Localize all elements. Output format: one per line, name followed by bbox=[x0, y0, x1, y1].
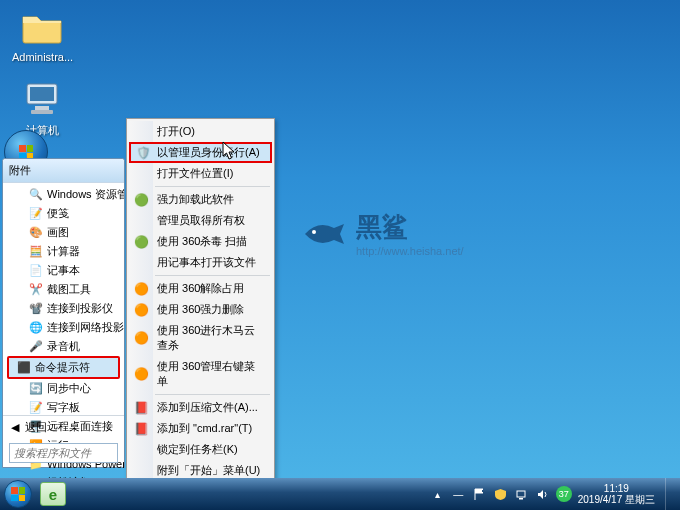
start-menu-item-label: 连接到投影仪 bbox=[47, 301, 113, 316]
start-menu-item[interactable]: 🔍Windows 资源管理器 bbox=[7, 185, 120, 204]
context-menu-item-label: 使用 360强力删除 bbox=[157, 302, 244, 317]
system-tray: ▴ — 37 11:19 2019/4/17 星期三 bbox=[430, 478, 680, 510]
folder-icon bbox=[21, 6, 63, 48]
svg-rect-3 bbox=[31, 110, 53, 114]
start-menu-item[interactable]: 📽️连接到投影仪 bbox=[7, 299, 120, 318]
context-menu-item[interactable]: 📕添加到压缩文件(A)... bbox=[129, 397, 272, 418]
start-menu-item[interactable]: 📄记事本 bbox=[7, 261, 120, 280]
start-menu-panel: 附件 🔍Windows 资源管理器📝便笺🎨画图🧮计算器📄记事本✂️截图工具📽️连… bbox=[2, 158, 125, 468]
context-menu-item[interactable]: 管理员取得所有权 bbox=[129, 210, 272, 231]
context-menu-item[interactable]: 🟢强力卸载此软件 bbox=[129, 189, 272, 210]
menu-item-icon bbox=[133, 463, 149, 479]
start-menu-item-label: 连接到网络投影仪 bbox=[47, 320, 124, 335]
context-menu-separator bbox=[155, 186, 270, 187]
context-menu-item[interactable]: 打开(O) bbox=[129, 121, 272, 142]
dash-icon[interactable]: — bbox=[451, 487, 466, 502]
context-menu-item[interactable]: 用记事本打开该文件 bbox=[129, 252, 272, 273]
app-icon: 📝 bbox=[29, 401, 43, 415]
tray-expand-icon[interactable]: ▴ bbox=[430, 487, 445, 502]
clock-time: 11:19 bbox=[578, 483, 655, 494]
menu-item-icon bbox=[133, 255, 149, 271]
svg-rect-1 bbox=[30, 87, 54, 101]
volume-icon[interactable] bbox=[535, 487, 550, 502]
context-menu-item[interactable]: 🟠使用 360进行木马云查杀 bbox=[129, 320, 272, 356]
app-icon: ✂️ bbox=[29, 283, 43, 297]
windows-flag-icon bbox=[11, 487, 25, 501]
app-icon: 🧮 bbox=[29, 245, 43, 259]
menu-item-icon: 🟠 bbox=[133, 366, 149, 382]
start-menu-item-label: Windows 资源管理器 bbox=[47, 187, 124, 202]
context-menu-item[interactable]: 🛡️以管理员身份运行(A) bbox=[129, 142, 272, 163]
menu-item-icon: 🟠 bbox=[133, 330, 149, 346]
context-menu-item[interactable]: 🟠使用 360解除占用 bbox=[129, 278, 272, 299]
start-menu-item[interactable]: 🌐连接到网络投影仪 bbox=[7, 318, 120, 337]
context-menu-item-label: 使用 360解除占用 bbox=[157, 281, 244, 296]
app-icon: 📽️ bbox=[29, 302, 43, 316]
desktop-icon-admin[interactable]: Administra... bbox=[12, 6, 72, 63]
network-icon[interactable] bbox=[514, 487, 529, 502]
taskbar-app-browser[interactable]: e bbox=[40, 482, 66, 506]
mouse-cursor bbox=[222, 141, 236, 161]
watermark-title: 黑鲨 bbox=[356, 210, 464, 245]
start-menu-item[interactable]: ✂️截图工具 bbox=[7, 280, 120, 299]
show-desktop-button[interactable] bbox=[665, 478, 674, 510]
start-menu-item[interactable]: 🎤录音机 bbox=[7, 337, 120, 356]
svg-rect-6 bbox=[519, 498, 523, 500]
context-menu-item[interactable]: 🟢使用 360杀毒 扫描 bbox=[129, 231, 272, 252]
start-menu-item[interactable]: 📝便笺 bbox=[7, 204, 120, 223]
svg-rect-2 bbox=[35, 106, 49, 110]
desktop-icon-computer[interactable]: 计算机 bbox=[12, 78, 72, 138]
start-menu-item-label: 同步中心 bbox=[47, 381, 91, 396]
back-arrow-icon: ◀ bbox=[11, 421, 19, 434]
context-menu-item[interactable]: 打开文件位置(I) bbox=[129, 163, 272, 184]
start-menu-item[interactable]: 🔄同步中心 bbox=[7, 379, 120, 398]
menu-item-icon: 📕 bbox=[133, 421, 149, 437]
menu-item-icon: 🟢 bbox=[133, 234, 149, 250]
start-menu-item-label: 截图工具 bbox=[47, 282, 91, 297]
shield-icon[interactable] bbox=[493, 487, 508, 502]
tray-badge[interactable]: 37 bbox=[556, 486, 572, 502]
menu-item-icon bbox=[133, 442, 149, 458]
start-menu-item[interactable]: ⬛命令提示符 bbox=[7, 356, 120, 379]
menu-item-icon: 🟢 bbox=[133, 192, 149, 208]
context-menu-item-label: 添加到压缩文件(A)... bbox=[157, 400, 258, 415]
app-icon: 🎨 bbox=[29, 226, 43, 240]
context-menu-item[interactable]: 📕添加到 "cmd.rar"(T) bbox=[129, 418, 272, 439]
start-menu-item-label: 写字板 bbox=[47, 400, 80, 415]
start-menu-item-label: 录音机 bbox=[47, 339, 80, 354]
start-menu-item[interactable]: 🧮计算器 bbox=[7, 242, 120, 261]
back-label: 返回 bbox=[25, 420, 47, 435]
start-menu-item[interactable]: 🎨画图 bbox=[7, 223, 120, 242]
search-input[interactable] bbox=[9, 443, 118, 463]
clock-date: 2019/4/17 星期三 bbox=[578, 494, 655, 505]
app-icon: 📄 bbox=[29, 264, 43, 278]
desktop-icon-label: Administra... bbox=[12, 51, 72, 63]
context-menu-item[interactable]: 🟠使用 360管理右键菜单 bbox=[129, 356, 272, 392]
svg-rect-5 bbox=[517, 491, 525, 497]
computer-icon bbox=[21, 78, 63, 120]
app-icon: 🔄 bbox=[29, 382, 43, 396]
start-button[interactable] bbox=[0, 478, 36, 510]
context-menu-item-label: 打开(O) bbox=[157, 124, 195, 139]
context-menu-item[interactable]: 🟠使用 360强力删除 bbox=[129, 299, 272, 320]
flag-icon[interactable] bbox=[472, 487, 487, 502]
context-menu-item-label: 以管理员身份运行(A) bbox=[157, 145, 260, 160]
context-menu-item-label: 锁定到任务栏(K) bbox=[157, 442, 238, 457]
start-menu-item-label: 画图 bbox=[47, 225, 69, 240]
menu-item-icon bbox=[133, 166, 149, 182]
start-panel-back[interactable]: ◀ 返回 bbox=[3, 416, 124, 439]
context-menu-item-label: 使用 360杀毒 扫描 bbox=[157, 234, 247, 249]
context-menu-separator bbox=[155, 394, 270, 395]
context-menu-item-label: 管理员取得所有权 bbox=[157, 213, 245, 228]
e-icon: e bbox=[49, 486, 57, 503]
menu-item-icon: 📕 bbox=[133, 400, 149, 416]
context-menu-item[interactable]: 锁定到任务栏(K) bbox=[129, 439, 272, 460]
app-icon: 🎤 bbox=[29, 340, 43, 354]
windows-flag-icon bbox=[19, 145, 33, 159]
taskbar: e ▴ — 37 11:19 2019/4/17 星期三 bbox=[0, 478, 680, 510]
context-menu-separator bbox=[155, 275, 270, 276]
taskbar-clock[interactable]: 11:19 2019/4/17 星期三 bbox=[578, 483, 655, 505]
menu-item-icon bbox=[133, 124, 149, 140]
start-menu-item-label: 命令提示符 bbox=[35, 360, 90, 375]
menu-item-icon: 🛡️ bbox=[135, 145, 151, 161]
